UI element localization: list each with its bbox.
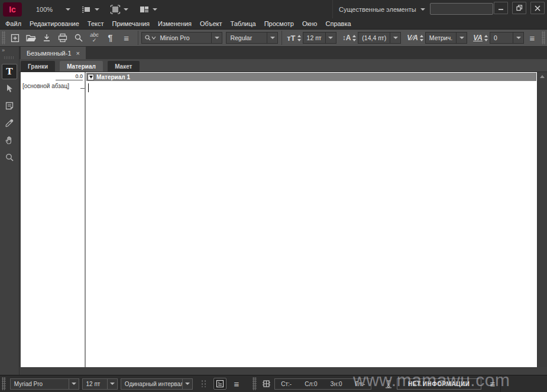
story-view-toggle-button[interactable] <box>213 378 226 390</box>
save-content-button[interactable] <box>40 31 54 45</box>
font-family-value: Minion Pro <box>156 34 211 41</box>
font-size-stepper[interactable] <box>297 35 301 41</box>
statusbar-grip-handle[interactable] <box>253 377 257 390</box>
toolbar-left-menu-button[interactable]: ≡ <box>119 31 133 45</box>
menu-bar: Файл Редактирование Текст Примечания Изм… <box>0 18 547 29</box>
font-style-dropdown-button[interactable] <box>267 33 277 43</box>
find-change-button[interactable] <box>72 31 85 45</box>
kerning-dropdown-button[interactable] <box>456 33 467 43</box>
leading-stepper[interactable] <box>352 35 356 41</box>
line-spacing-combo[interactable]: Одинарный интервал <box>121 378 193 390</box>
tracking-stepper[interactable] <box>484 35 488 41</box>
view-options-dropdown[interactable] <box>81 5 99 14</box>
status-font-family-dropdown-button[interactable] <box>69 379 79 389</box>
tools-panel: » T <box>0 47 20 375</box>
menu-edit[interactable]: Редактирование <box>27 20 82 27</box>
minimize-button[interactable] <box>494 2 508 14</box>
frame-edges-dropdown[interactable] <box>110 5 128 14</box>
spellcheck-button[interactable]: abc ✓ <box>88 31 101 45</box>
story-header-bar[interactable]: Материал 1 <box>86 73 536 81</box>
status-font-size-dropdown-button[interactable] <box>107 379 117 389</box>
font-style-combo[interactable]: Regular <box>226 32 278 44</box>
kerning-combo[interactable]: Метрич. <box>425 32 467 44</box>
open-document-button[interactable] <box>24 31 38 45</box>
leading-dropdown-button[interactable] <box>390 33 400 43</box>
chevron-down-icon <box>459 37 464 39</box>
chars-count: Зн:0 <box>331 381 342 387</box>
menu-table[interactable]: Таблица <box>228 20 259 27</box>
chevron-down-icon <box>270 37 275 39</box>
statusbar-left-menu-button[interactable]: ≡ <box>230 378 242 390</box>
paragraph-style-label[interactable]: [основной абзац] <box>22 83 69 89</box>
font-size-dropdown-button[interactable] <box>325 33 336 43</box>
document-tab-close-icon[interactable]: × <box>76 50 80 57</box>
document-content: Безымянный-1 × Гранки Материал Макет 0.0… <box>20 47 547 375</box>
menu-changes[interactable]: Изменения <box>155 20 195 27</box>
workspace-switcher[interactable]: Существенные элементы <box>332 0 431 18</box>
view-tab-layout[interactable]: Макет <box>108 61 140 72</box>
arrange-documents-icon <box>139 5 150 14</box>
chevron-down-icon <box>72 383 76 385</box>
statusbar-grip-handle[interactable] <box>2 377 6 390</box>
zoom-tool-button[interactable] <box>2 150 17 165</box>
restore-button[interactable] <box>512 2 526 14</box>
print-button[interactable] <box>56 31 70 45</box>
depth-count: Гл:- <box>355 381 365 387</box>
toolbar-right-menu-button[interactable]: ≡ <box>525 31 539 45</box>
menu-help[interactable]: Справка <box>322 20 354 27</box>
incopy-logo-icon: Ic <box>3 2 22 17</box>
control-toolbar: abc ✓ ¶ ≡ Minion Pro Regular тT 12 пт ↕A… <box>0 29 547 47</box>
leading-combo[interactable]: (14,4 пт) <box>358 32 401 44</box>
view-tab-story[interactable]: Материал <box>60 61 103 72</box>
incopy-application-window: { "app": { "logo_glyph": "Ic" }, "titleb… <box>0 0 547 392</box>
arrange-documents-dropdown[interactable] <box>139 5 157 14</box>
restore-icon <box>516 5 523 11</box>
status-font-family-combo[interactable]: Myriad Pro <box>10 378 79 390</box>
menu-view[interactable]: Просмотр <box>261 20 297 27</box>
font-size-combo[interactable]: 12 пт <box>303 32 336 44</box>
tools-panel-collapse-button[interactable]: » <box>0 47 19 55</box>
paragraph-tick-mark <box>80 88 85 89</box>
menu-notes[interactable]: Примечания <box>109 20 153 27</box>
show-hidden-characters-button[interactable]: ¶ <box>103 31 117 45</box>
vertical-scrollbar[interactable] <box>537 72 547 367</box>
font-search-icon <box>144 34 156 41</box>
copyfit-progress-button[interactable] <box>382 378 394 390</box>
menu-window[interactable]: Окно <box>299 20 321 27</box>
note-tool-button[interactable] <box>2 98 17 114</box>
menu-object[interactable]: Объект <box>197 20 225 27</box>
new-document-button[interactable] <box>8 31 22 45</box>
table-info-button[interactable] <box>260 378 273 390</box>
toolbar-grip-handle[interactable] <box>542 31 545 44</box>
galley-columns-button[interactable] <box>198 378 210 390</box>
statusbar-right-menu-button[interactable]: ≡ <box>486 378 499 390</box>
menu-file[interactable]: Файл <box>2 20 24 27</box>
tracking-combo[interactable]: 0 <box>490 32 524 44</box>
type-tool-button[interactable]: T <box>2 64 17 79</box>
font-family-dropdown-button[interactable] <box>211 33 222 43</box>
line-spacing-dropdown-button[interactable] <box>182 379 192 389</box>
status-font-size-combo[interactable]: 12 пт <box>82 378 118 390</box>
story-collapse-button[interactable] <box>88 74 94 80</box>
menu-type[interactable]: Текст <box>85 20 107 27</box>
font-family-combo[interactable]: Minion Pro <box>141 32 222 44</box>
tools-panel-grip-handle[interactable] <box>4 56 15 59</box>
toolbar-grip-handle[interactable] <box>2 31 5 44</box>
spellcheck-check-icon: ✓ <box>92 38 97 43</box>
view-tab-galley[interactable]: Гранки <box>21 61 55 72</box>
document-tab[interactable]: Безымянный-1 × <box>21 47 86 59</box>
hamburger-icon: ≡ <box>530 33 535 43</box>
search-input[interactable] <box>431 4 493 15</box>
columns-icon <box>200 380 208 388</box>
story-text-area[interactable]: Материал 1 <box>86 72 537 367</box>
kerning-stepper[interactable] <box>420 35 423 41</box>
tracking-dropdown-button[interactable] <box>513 33 523 43</box>
zoom-level-dropdown[interactable]: 100% <box>36 6 70 13</box>
eyedropper-tool-button[interactable] <box>2 115 17 131</box>
close-button[interactable] <box>530 2 545 14</box>
kerning-icon: V∕A <box>407 34 418 42</box>
view-options-icon <box>81 5 92 14</box>
search-icon <box>74 33 83 43</box>
position-tool-button[interactable] <box>2 81 17 96</box>
hand-tool-button[interactable] <box>2 132 17 148</box>
